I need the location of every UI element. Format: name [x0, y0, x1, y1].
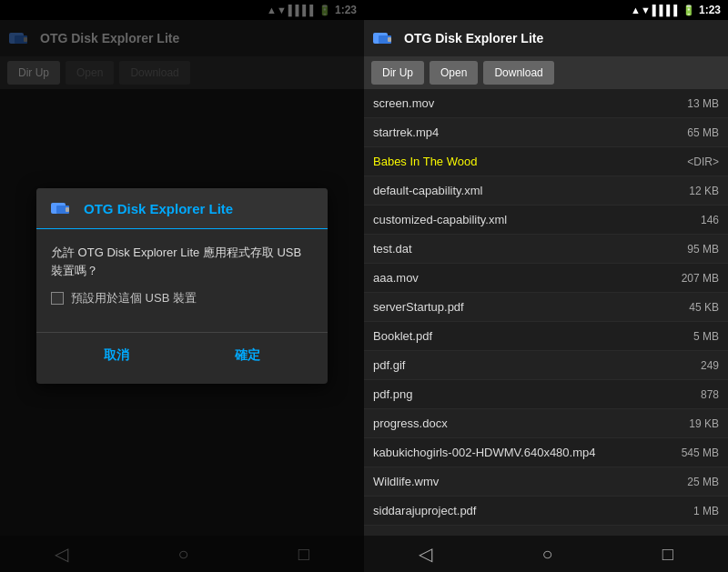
- list-item[interactable]: pdf.gif249: [364, 351, 728, 380]
- file-name: pdf.gif: [373, 358, 655, 372]
- list-item[interactable]: siddarajuproject.pdf1 MB: [364, 497, 728, 526]
- right-file-list: screen.mov13 MBstartrek.mp465 MBBabes In…: [364, 89, 728, 536]
- list-item[interactable]: Babes In The Wood<DIR>: [364, 147, 728, 176]
- file-size: 207 MB: [655, 272, 719, 285]
- dialog-checkbox[interactable]: [51, 292, 64, 305]
- file-name: progress.docx: [373, 416, 655, 430]
- right-open-btn[interactable]: Open: [430, 61, 478, 85]
- svg-rect-5: [66, 207, 69, 212]
- file-size: <DIR>: [655, 156, 719, 168]
- dialog-message: 允許 OTG Disk Explorer Lite 應用程式存取 USB 裝置嗎…: [51, 244, 313, 279]
- right-recents-btn[interactable]: □: [662, 544, 673, 565]
- file-name: screen.mov: [373, 96, 655, 110]
- list-item[interactable]: aaa.mov207 MB: [364, 264, 728, 293]
- dialog-title: OTG Disk Explorer Lite: [84, 201, 233, 216]
- file-name: kabukichogirls-002-HDWMV.640x480.mp4: [373, 446, 655, 459]
- file-name: aaa.mov: [373, 271, 655, 285]
- list-item[interactable]: kabukichogirls-002-HDWMV.640x480.mp4545 …: [364, 438, 728, 467]
- file-size: 95 MB: [655, 243, 719, 256]
- dialog-overlay: OTG Disk Explorer Lite 允許 OTG Disk Explo…: [0, 0, 364, 572]
- right-toolbar: Dir Up Open Download: [364, 56, 728, 89]
- right-status-icons: ▲▼ ▌▌▌▌ 🔋: [631, 5, 695, 16]
- list-item[interactable]: startrek.mp465 MB: [364, 118, 728, 147]
- file-name: customized-capability.xml: [373, 213, 655, 226]
- file-name: startrek.mp4: [373, 125, 655, 139]
- right-download-btn[interactable]: Download: [483, 61, 553, 85]
- right-back-btn[interactable]: ◁: [419, 543, 432, 565]
- list-item[interactable]: test.dat95 MB: [364, 235, 728, 264]
- file-name: Wildlife.wmv: [373, 475, 655, 488]
- list-item[interactable]: serverStartup.pdf45 KB: [364, 293, 728, 322]
- file-name: Booklet.pdf: [373, 329, 655, 343]
- file-name: Babes In The Wood: [373, 155, 655, 168]
- dialog-header: OTG Disk Explorer Lite: [36, 188, 328, 229]
- right-signal-icon: ▌▌▌▌: [652, 5, 681, 15]
- file-size: 5 MB: [655, 330, 719, 343]
- list-item[interactable]: default-capability.xml12 KB: [364, 176, 728, 206]
- list-item[interactable]: doctorcard.jpg265 KB: [364, 526, 728, 536]
- right-dirup-btn[interactable]: Dir Up: [371, 61, 424, 85]
- right-wifi-icon: ▲▼: [631, 5, 651, 15]
- file-size: 878: [655, 388, 719, 401]
- file-size: 45 KB: [655, 301, 719, 314]
- right-home-btn[interactable]: ○: [541, 544, 552, 565]
- list-item[interactable]: pdf.png878: [364, 380, 728, 409]
- dialog-app-icon: [51, 199, 75, 217]
- permission-dialog: OTG Disk Explorer Lite 允許 OTG Disk Explo…: [36, 188, 328, 384]
- list-item[interactable]: customized-capability.xml146: [364, 206, 728, 235]
- right-time: 1:23: [699, 4, 721, 16]
- file-size: 545 MB: [655, 447, 719, 459]
- dialog-buttons: 取消 確定: [36, 332, 328, 384]
- file-name: siddarajuproject.pdf: [373, 504, 655, 517]
- list-item[interactable]: Booklet.pdf5 MB: [364, 322, 728, 351]
- list-item[interactable]: progress.docx19 KB: [364, 409, 728, 438]
- dialog-ok-btn[interactable]: 確定: [217, 342, 278, 369]
- dialog-cancel-btn[interactable]: 取消: [86, 342, 147, 369]
- file-size: 19 KB: [655, 417, 719, 430]
- right-app-header: OTG Disk Explorer Lite: [364, 20, 728, 56]
- file-name: serverStartup.pdf: [373, 300, 655, 314]
- right-app-icon: [373, 29, 397, 47]
- file-size: 13 MB: [655, 97, 719, 110]
- file-size: 249: [655, 359, 719, 372]
- file-name: test.dat: [373, 242, 655, 256]
- file-size: 1 MB: [655, 505, 719, 517]
- right-app-title: OTG Disk Explorer Lite: [404, 31, 543, 45]
- file-size: 25 MB: [655, 476, 719, 488]
- dialog-checkbox-row: 預設用於這個 USB 裝置: [51, 290, 313, 306]
- right-battery-icon: 🔋: [682, 5, 695, 16]
- svg-rect-8: [388, 37, 391, 42]
- list-item[interactable]: screen.mov13 MB: [364, 89, 728, 118]
- file-size: 65 MB: [655, 126, 719, 139]
- list-item[interactable]: Wildlife.wmv25 MB: [364, 467, 728, 497]
- dialog-checkbox-label: 預設用於這個 USB 裝置: [71, 290, 197, 306]
- left-panel: ▲▼ ▌▌▌▌ 🔋 1:23 OTG Disk Explorer Lite Di…: [0, 0, 364, 572]
- file-size: 12 KB: [655, 185, 719, 197]
- right-panel: ▲▼ ▌▌▌▌ 🔋 1:23 OTG Disk Explorer Lite Di…: [364, 0, 728, 572]
- right-status-bar: ▲▼ ▌▌▌▌ 🔋 1:23: [364, 0, 728, 20]
- file-name: pdf.png: [373, 387, 655, 401]
- dialog-body: 允許 OTG Disk Explorer Lite 應用程式存取 USB 裝置嗎…: [36, 229, 328, 325]
- file-name: default-capability.xml: [373, 184, 655, 197]
- right-bottom-nav: ◁ ○ □: [364, 536, 728, 572]
- file-size: 146: [655, 214, 719, 226]
